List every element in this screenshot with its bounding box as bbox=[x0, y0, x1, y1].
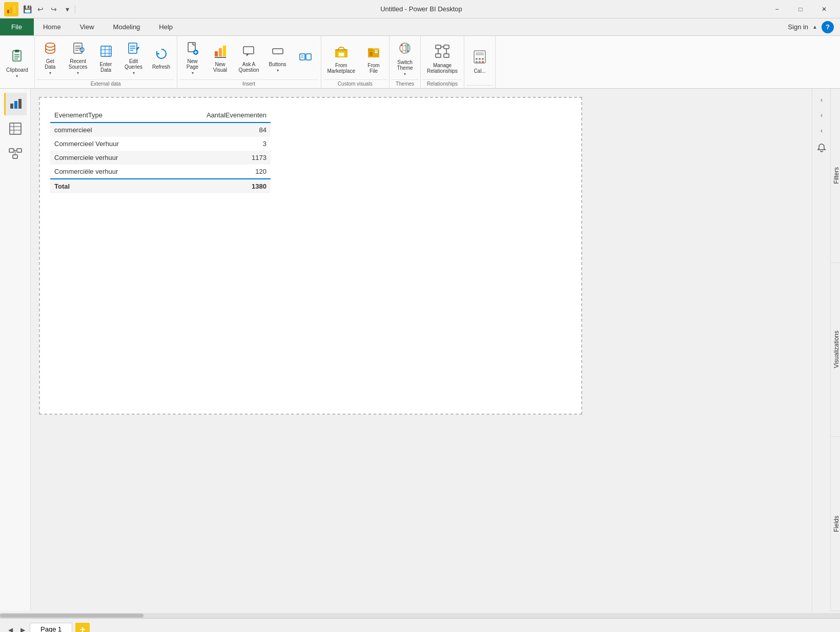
svg-rect-61 bbox=[476, 52, 484, 55]
ribbon-group-custom: From Marketplace From File Custom visual… bbox=[321, 36, 390, 88]
svg-point-9 bbox=[46, 43, 55, 47]
page-prev-button[interactable]: ◀ bbox=[4, 624, 16, 633]
minimize-button[interactable]: − bbox=[765, 0, 789, 18]
svg-point-64 bbox=[482, 58, 484, 60]
sign-in-button[interactable]: Sign in bbox=[788, 23, 808, 31]
buttons-icon bbox=[271, 44, 285, 60]
relationships-label: Relationships bbox=[423, 79, 462, 88]
enter-data-button[interactable]: Enter Data bbox=[93, 42, 119, 75]
close-button[interactable]: ✕ bbox=[812, 0, 836, 18]
manage-relationships-button[interactable]: Manage Relationships bbox=[423, 41, 462, 76]
collapse-left-2[interactable]: ‹ bbox=[812, 108, 831, 123]
table-visual[interactable]: EvenementType AantalEvenementen commerci… bbox=[50, 108, 271, 193]
maximize-button[interactable]: □ bbox=[789, 0, 812, 18]
add-page-button[interactable]: + bbox=[75, 623, 90, 633]
menu-tab-modeling[interactable]: Modeling bbox=[104, 18, 150, 35]
new-visual-label: New Visual bbox=[213, 62, 227, 73]
from-file-button[interactable]: From File bbox=[360, 41, 387, 76]
model-view-icon[interactable] bbox=[4, 142, 27, 165]
from-marketplace-button[interactable]: From Marketplace bbox=[323, 41, 359, 76]
table-row[interactable]: commercieel 84 bbox=[50, 123, 271, 137]
col-aantal[interactable]: AantalEvenementen bbox=[164, 108, 271, 123]
canvas-area: EvenementType AantalEvenementen commerci… bbox=[31, 89, 812, 611]
svg-rect-68 bbox=[10, 104, 13, 109]
svg-point-51 bbox=[407, 50, 409, 52]
visualizations-panel[interactable]: Visualizations bbox=[831, 263, 840, 437]
calc-label: Cal... bbox=[474, 68, 485, 74]
from-marketplace-icon bbox=[333, 43, 350, 62]
undo-icon[interactable]: ↩ bbox=[35, 4, 46, 15]
recent-sources-button[interactable]: Recent Sources ▾ bbox=[65, 39, 92, 77]
edit-queries-label: Edit Queries bbox=[125, 58, 142, 70]
customize-icon[interactable]: ▾ bbox=[62, 4, 73, 15]
collapse-btns: ‹ ‹ ‹ bbox=[812, 89, 830, 611]
row-3-type: Commerciele verhuur bbox=[50, 151, 164, 165]
app-logo bbox=[4, 2, 18, 16]
svg-rect-14 bbox=[101, 46, 111, 56]
page-tab-1[interactable]: Page 1 bbox=[30, 623, 72, 632]
table-view-icon[interactable] bbox=[4, 117, 27, 140]
enter-data-label: Enter Data bbox=[100, 62, 112, 73]
ribbon-group-external: Get Data ▾ Recent Sources ▾ bbox=[35, 36, 177, 88]
refresh-button[interactable]: Refresh bbox=[148, 45, 175, 72]
svg-rect-71 bbox=[10, 123, 21, 134]
svg-point-65 bbox=[476, 61, 478, 63]
content-wrapper: EvenementType AantalEvenementen commerci… bbox=[0, 89, 840, 632]
svg-rect-2 bbox=[10, 8, 12, 13]
buttons-button[interactable]: Buttons ▾ bbox=[264, 42, 291, 75]
help-button[interactable]: ? bbox=[822, 21, 834, 33]
collapse-left-1[interactable]: ‹ bbox=[812, 93, 831, 107]
buttons-arrow: ▾ bbox=[277, 68, 279, 73]
menu-tab-file[interactable]: File bbox=[0, 18, 34, 35]
account-chevron[interactable]: ▲ bbox=[812, 24, 817, 30]
report-view-icon[interactable] bbox=[4, 93, 27, 115]
svg-rect-76 bbox=[17, 149, 22, 152]
from-file-icon bbox=[365, 43, 382, 62]
svg-rect-42 bbox=[339, 53, 344, 56]
filters-panel[interactable]: Filters bbox=[831, 89, 840, 263]
menu-tab-home[interactable]: Home bbox=[34, 18, 71, 35]
visualizations-label: Visualizations bbox=[833, 331, 840, 368]
window-controls: − □ ✕ bbox=[765, 0, 836, 18]
edit-queries-button[interactable]: Edit Queries ▾ bbox=[120, 39, 147, 77]
svg-rect-31 bbox=[223, 46, 226, 56]
data-table: EvenementType AantalEvenementen commerci… bbox=[50, 108, 271, 193]
save-icon[interactable]: 💾 bbox=[22, 4, 33, 15]
redo-icon[interactable]: ↪ bbox=[48, 4, 59, 15]
menu-tab-view[interactable]: View bbox=[71, 18, 104, 35]
text-shapes-button[interactable] bbox=[292, 48, 319, 69]
calc-group-label bbox=[466, 85, 493, 88]
main-row: EvenementType AantalEvenementen commerci… bbox=[0, 89, 840, 611]
table-row[interactable]: Commercieel Verhuur 3 bbox=[50, 137, 271, 151]
collapse-left-3[interactable]: ‹ bbox=[812, 124, 831, 138]
table-row[interactable]: Commerciële verhuur 120 bbox=[50, 165, 271, 179]
fields-panel[interactable]: Fields bbox=[831, 437, 840, 611]
right-labels: Filters Visualizations Fields bbox=[830, 89, 840, 611]
row-4-count: 120 bbox=[164, 165, 271, 179]
calc-button[interactable]: Cal... bbox=[466, 47, 493, 76]
from-marketplace-label: From Marketplace bbox=[327, 63, 355, 74]
switch-theme-button[interactable]: Switch Theme ▾ bbox=[392, 38, 418, 78]
ribbon-group-relationships: Manage Relationships Relationships bbox=[421, 36, 464, 88]
clipboard-button[interactable]: Clipboard ▾ bbox=[2, 46, 32, 80]
ask-question-button[interactable]: Ask A Question bbox=[235, 42, 263, 75]
recent-sources-label: Recent Sources bbox=[69, 58, 88, 70]
clipboard-items: Clipboard ▾ bbox=[2, 38, 32, 88]
new-visual-button[interactable]: New Visual bbox=[207, 42, 234, 75]
col-evenement-type[interactable]: EvenementType bbox=[50, 108, 164, 123]
svg-point-63 bbox=[479, 58, 481, 60]
filter-bell-icon[interactable] bbox=[812, 139, 830, 156]
svg-point-62 bbox=[476, 58, 478, 60]
table-row[interactable]: Commerciele verhuur 1173 bbox=[50, 151, 271, 165]
row-2-count: 3 bbox=[164, 137, 271, 151]
get-data-button[interactable]: Get Data ▾ bbox=[37, 39, 64, 77]
svg-rect-5 bbox=[15, 50, 19, 52]
ribbon-group-themes: Switch Theme ▾ Themes bbox=[390, 36, 421, 88]
new-page-button[interactable]: New Page ▾ bbox=[179, 39, 206, 77]
canvas[interactable]: EvenementType AantalEvenementen commerci… bbox=[39, 97, 582, 415]
svg-rect-3 bbox=[13, 6, 15, 13]
refresh-icon bbox=[154, 47, 169, 63]
page-next-button[interactable]: ▶ bbox=[16, 624, 29, 633]
menu-tab-help[interactable]: Help bbox=[150, 18, 182, 35]
canvas-scrollbar[interactable] bbox=[0, 613, 840, 618]
